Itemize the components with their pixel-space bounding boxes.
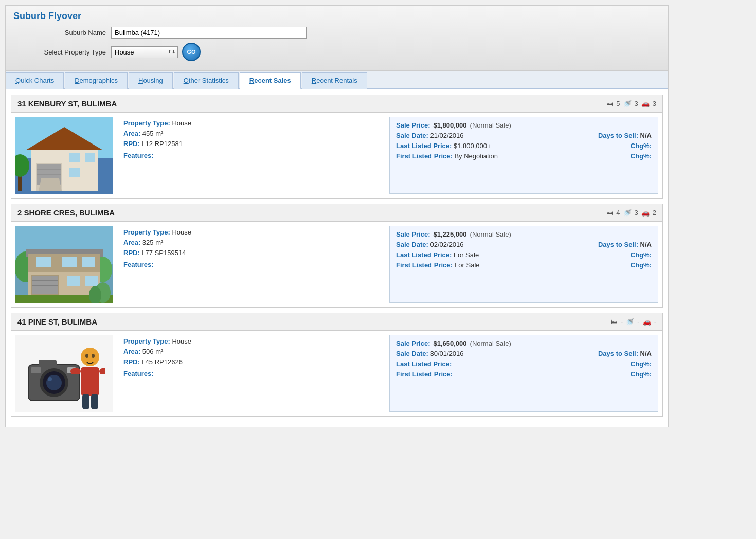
listing-2-area-row: Area: 325 m² — [123, 239, 379, 246]
listing-2: 2 SHORE CRES, BULIMBA 🛏 4 🚿 3 🚗 2 — [11, 204, 663, 308]
features-label-1: Features: — [123, 152, 154, 159]
listing-1-sale-price-row: Sale Price: $1,800,000 (Normal Sale) — [396, 121, 652, 129]
svg-rect-31 — [82, 257, 95, 267]
listing-1-details: Property Type: House Area: 455 m² RPD: L… — [118, 117, 384, 194]
listing-1-header: 31 KENBURY ST, BULIMBA 🛏 5 🚿 3 🚗 3 — [11, 95, 662, 113]
svg-point-39 — [46, 375, 62, 390]
header-section: Suburb Flyover Suburb Name Select Proper… — [6, 6, 668, 71]
bath-icon-2: 🚿 — [623, 209, 632, 217]
listing-3-body: Property Type: House Area: 506 m² RPD: L… — [11, 331, 662, 416]
svg-rect-46 — [99, 368, 105, 374]
svg-rect-47 — [82, 394, 89, 409]
svg-rect-9 — [69, 153, 80, 162]
svg-rect-28 — [85, 276, 98, 286]
svg-rect-45 — [70, 368, 81, 374]
listing-1-beds: 5 — [616, 100, 620, 107]
svg-rect-24 — [32, 276, 58, 294]
listing-2-first-listed-row: First Listed Price: For Sale Chg%: — [396, 261, 652, 269]
listing-1-area-row: Area: 455 m² — [123, 130, 379, 137]
listing-2-header: 2 SHORE CRES, BULIMBA 🛏 4 🚿 3 🚗 2 — [11, 204, 662, 222]
listing-3-type: House — [172, 337, 191, 345]
listing-2-area: 325 m² — [142, 239, 163, 246]
car-icon: 🚗 — [641, 100, 650, 107]
svg-rect-29 — [36, 257, 51, 267]
listing-2-baths: 3 — [635, 209, 638, 217]
listing-1-icons: 🛏 5 🚿 3 🚗 3 — [606, 100, 656, 107]
property-type-select[interactable]: House Unit Land Commercial — [111, 46, 178, 58]
listing-3-type-row: Property Type: House — [123, 337, 379, 345]
listing-3: 41 PINE ST, BULIMBA 🛏 - 🚿 - 🚗 - — [11, 313, 663, 417]
listing-1: 31 KENBURY ST, BULIMBA 🛏 5 🚿 3 🚗 3 — [11, 95, 663, 199]
listing-2-sale-date-row: Sale Date: 02/02/2016 Days to Sell: N/A — [396, 241, 652, 248]
bath-icon: 🚿 — [623, 100, 632, 107]
suburb-input[interactable] — [111, 27, 307, 39]
listing-1-first-listed-row: First Listed Price: By Negotiation Chg%: — [396, 152, 652, 160]
listing-1-rpd: L12 RP12581 — [141, 140, 183, 148]
svg-rect-30 — [62, 257, 77, 267]
svg-rect-11 — [69, 168, 80, 177]
tab-recent-rentals[interactable]: Recent Rentals — [302, 72, 367, 89]
listing-3-details: Property Type: House Area: 506 m² RPD: L… — [118, 335, 384, 412]
listing-2-last-listed-row: Last Listed Price: For Sale Chg%: — [396, 251, 652, 259]
listing-2-sale-price-row: Sale Price: $1,225,000 (Normal Sale) — [396, 230, 652, 238]
listing-2-details: Property Type: House Area: 325 m² RPD: L… — [118, 226, 384, 303]
listing-1-features-row: Features: — [123, 152, 379, 159]
listing-3-sale-price-row: Sale Price: $1,650,000 (Normal Sale) — [396, 339, 652, 347]
listing-3-sale-date-row: Sale Date: 30/01/2016 Days to Sell: N/A — [396, 350, 652, 357]
tab-recent-sales[interactable]: Recent Sales — [240, 72, 301, 89]
svg-point-49 — [85, 354, 88, 358]
listing-2-features-row: Features: — [123, 261, 379, 268]
tab-other-statistics[interactable]: Other Statistics — [174, 72, 239, 89]
listing-2-rpd: L77 SP159514 — [141, 249, 186, 257]
listing-2-rpd-row: RPD: L77 SP159514 — [123, 249, 379, 257]
listing-3-baths: - — [637, 318, 639, 326]
listing-3-image-placeholder — [15, 335, 113, 412]
svg-rect-10 — [85, 153, 95, 162]
tab-housing[interactable]: Housing — [129, 72, 173, 89]
svg-marker-14 — [39, 178, 62, 191]
listing-1-cars: 3 — [653, 100, 656, 107]
tab-bar: Quick Charts Demographics Housing Other … — [6, 71, 668, 89]
listing-2-cars: 2 — [653, 209, 656, 217]
listing-1-sale-date-row: Sale Date: 21/02/2016 Days to Sell: N/A — [396, 132, 652, 139]
tab-quick-charts[interactable]: Quick Charts — [6, 72, 64, 89]
property-type-row: Select Property Type House Unit Land Com… — [13, 43, 660, 61]
area-label-1: Area: — [123, 130, 142, 137]
listing-2-beds: 4 — [616, 209, 620, 217]
listing-3-last-listed-row: Last Listed Price: Chg%: — [396, 360, 652, 368]
listing-1-area: 455 m² — [142, 130, 163, 137]
listing-3-beds: - — [621, 318, 623, 326]
property-type-label: Select Property Type — [13, 48, 106, 56]
listing-3-cars: - — [654, 318, 656, 326]
listing-3-area-row: Area: 506 m² — [123, 348, 379, 355]
bath-icon-3: 🚿 — [626, 318, 634, 326]
bed-icon-3: 🛏 — [611, 318, 618, 326]
listing-2-sales: Sale Price: $1,225,000 (Normal Sale) Sal… — [389, 226, 658, 303]
listing-1-type-row: Property Type: House — [123, 119, 379, 127]
listing-3-area: 506 m² — [142, 348, 163, 355]
listing-3-features-row: Features: — [123, 370, 379, 378]
listing-3-address: 41 PINE ST, BULIMBA — [17, 317, 97, 326]
content-area: 31 KENBURY ST, BULIMBA 🛏 5 🚿 3 🚗 3 — [6, 89, 668, 427]
listing-1-body: Property Type: House Area: 455 m² RPD: L… — [11, 113, 662, 198]
page-title: Suburb Flyover — [13, 11, 660, 22]
svg-rect-48 — [91, 394, 98, 409]
listing-3-icons: 🛏 - 🚿 - 🚗 - — [611, 318, 656, 326]
go-button[interactable]: GO — [182, 43, 201, 61]
rpd-label-1: RPD: — [123, 140, 141, 148]
svg-rect-27 — [67, 276, 80, 286]
listing-3-rpd: L45 RP12626 — [141, 358, 183, 366]
listing-3-sales: Sale Price: $1,650,000 (Normal Sale) Sal… — [389, 335, 658, 412]
listing-2-type: House — [172, 228, 191, 236]
listing-1-type: House — [172, 119, 191, 127]
suburb-label: Suburb Name — [13, 29, 106, 37]
tab-demographics[interactable]: Demographics — [65, 72, 128, 89]
listing-1-address: 31 KENBURY ST, BULIMBA — [17, 99, 117, 108]
listing-1-rpd-row: RPD: L12 RP12581 — [123, 140, 379, 148]
svg-rect-42 — [31, 367, 41, 373]
car-icon-2: 🚗 — [641, 209, 650, 217]
svg-rect-36 — [39, 360, 57, 367]
car-icon-3: 🚗 — [643, 318, 651, 326]
listing-1-image — [15, 117, 113, 194]
listing-2-address: 2 SHORE CRES, BULIMBA — [17, 208, 115, 217]
